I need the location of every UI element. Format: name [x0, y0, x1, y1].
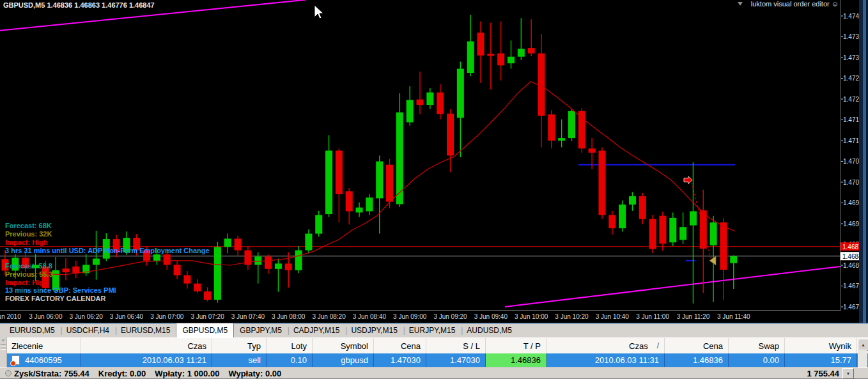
candle-body: [598, 151, 605, 215]
order-ticket-icon: [12, 355, 20, 365]
chart-tab-usdjpy-m15[interactable]: USDJPY,M15: [345, 324, 403, 337]
candle-body: [204, 291, 211, 300]
column-header-zlecenie[interactable]: Zlecenie: [6, 338, 81, 353]
column-header-wynik[interactable]: Wynik: [785, 338, 857, 353]
candle-body: [366, 197, 373, 211]
column-header-loty[interactable]: Loty: [267, 338, 313, 353]
time-axis-label: 3 Jun 11:40: [717, 313, 750, 320]
candle-body: [194, 284, 201, 291]
account-stat: Kredyt: 0.00: [98, 369, 146, 378]
order-cell-s-l[interactable]: 1.47030: [426, 353, 486, 367]
candle-body: [659, 216, 666, 244]
candle-body: [336, 151, 343, 194]
candle-body: [224, 238, 231, 247]
column-header-t-p[interactable]: T / P: [486, 338, 546, 353]
candle-body: [508, 57, 515, 63]
calendar-annotation: Impact: High: [5, 238, 48, 246]
order-cell-cena[interactable]: 1.47030: [374, 353, 426, 367]
order-cell-wynik[interactable]: 15.77: [785, 353, 857, 367]
column-header-symbol[interactable]: Symbol: [313, 338, 374, 353]
candle-body: [235, 238, 242, 250]
scrollbar-track[interactable]: [858, 350, 867, 367]
column-header-cena[interactable]: Cena: [374, 338, 426, 353]
candle-body: [153, 254, 160, 261]
chart-tab-audusd-m5[interactable]: AUDUSD,M5: [461, 324, 518, 337]
candle-body: [295, 251, 302, 270]
candle-body: [518, 49, 525, 56]
column-header-s-l[interactable]: S / L: [426, 338, 486, 353]
chart-tab-bar: EURUSD,M5USDCHF,H4EURUSD,M15GBPUSD,M5GBP…: [0, 323, 868, 337]
candle-body: [346, 191, 353, 211]
column-header-cena[interactable]: Cena: [665, 338, 729, 353]
candle-body: [376, 162, 383, 199]
time-axis-label: 3 Jun 08:40: [353, 313, 387, 320]
scroll-down-button[interactable]: ▼: [842, 368, 854, 379]
candle-body: [275, 263, 282, 268]
chart-tab-eurusd-m5[interactable]: EURUSD,M5: [4, 324, 61, 337]
column-header-swap[interactable]: Swap: [729, 338, 785, 353]
column-header-czas[interactable]: Czas: [81, 338, 212, 353]
order-editor-watermark: luktom visual order editor ☺: [751, 0, 839, 8]
candle-body: [487, 54, 494, 56]
candle-body: [467, 42, 474, 73]
order-cell-czas[interactable]: 2010.06.03 11:21: [81, 353, 212, 367]
candle-body: [669, 218, 676, 242]
chart-tab-gbpjpy-m5[interactable]: GBPJPY,M5: [234, 324, 288, 337]
time-axis-label: 3 Jun 09:00: [393, 313, 427, 320]
column-header-typ[interactable]: Typ: [212, 338, 267, 353]
chart-tab-eurusd-m15[interactable]: EURUSD,M15: [115, 324, 176, 337]
chart-tab-eurjpy-m15[interactable]: EURJPY,M15: [403, 324, 461, 337]
candle-body: [578, 111, 585, 149]
calendar-annotation: Previous: 32K: [5, 230, 52, 238]
time-axis-label: 3 Jun 06:40: [110, 313, 144, 320]
candle-body: [548, 114, 555, 141]
candle-body: [437, 93, 444, 114]
chart-tab-cadjpy-m15[interactable]: CADJPY,M15: [288, 324, 345, 337]
candle-body: [720, 222, 727, 270]
time-axis-label: 3 Jun 10:20: [555, 313, 589, 320]
candle-body: [426, 93, 433, 105]
order-cell-typ[interactable]: sell: [212, 353, 267, 367]
candle-body: [214, 247, 221, 300]
mt4-window: Forecast: 68KPrevious: 32KImpact: High3 …: [0, 0, 868, 379]
candle-body: [690, 212, 697, 226]
candle-body: [254, 256, 261, 265]
order-cell-cena[interactable]: 1.46836: [665, 353, 729, 367]
order-cell-t-p[interactable]: 1.46836: [486, 353, 546, 367]
orders-table-selected-row[interactable]: 440605952010.06.03 11:21sell0.10gbpusd1.…: [0, 353, 868, 367]
order-cell-czas[interactable]: 2010.06.03 11:31: [546, 353, 665, 367]
candle-body: [62, 268, 69, 272]
candle-body: [356, 208, 363, 213]
candle-body: [679, 227, 686, 240]
candle-body: [315, 215, 322, 233]
candle-body: [497, 54, 504, 66]
account-stat: Wypłaty: 0.00: [228, 369, 281, 378]
candle-body: [183, 275, 190, 284]
order-cell-swap[interactable]: 0.00: [729, 353, 785, 367]
candle-body: [629, 196, 636, 205]
candle-body: [528, 48, 535, 53]
time-axis-label: 3 Jun 09:20: [433, 313, 467, 320]
calendar-annotation: Impact: High: [5, 279, 48, 286]
price-chart[interactable]: Forecast: 68KPrevious: 32KImpact: High3 …: [0, 0, 868, 323]
candle-body: [589, 148, 596, 153]
column-header-czas[interactable]: Czas/: [546, 338, 665, 353]
time-axis-label: 3 Jun 08:00: [272, 313, 306, 320]
candle-body: [649, 219, 656, 249]
candle-body: [265, 256, 272, 269]
candle-body: [305, 234, 312, 251]
calendar-annotation: 13 mins since GBP: Services PMI: [5, 286, 116, 294]
candle-body: [164, 254, 171, 265]
candle-body: [558, 138, 565, 141]
chart-tab-gbpusd-m5[interactable]: GBPUSD,M5: [176, 323, 234, 337]
order-cell-loty[interactable]: 0.10: [267, 353, 313, 367]
calendar-annotation: Forecast: 68K: [5, 222, 52, 229]
order-cell-zlecenie[interactable]: 44060595: [6, 353, 81, 367]
candle-body: [93, 259, 100, 265]
chart-tab-usdchf-h4[interactable]: USDCHF,H4: [61, 324, 115, 337]
candle-body: [700, 210, 707, 249]
window-edge-highlight: [863, 0, 866, 323]
order-cell-symbol[interactable]: gbpusd: [313, 353, 374, 367]
account-status-bar: Zysk/Strata: 755.44Kredyt: 0.00Wpłaty: 1…: [0, 367, 868, 379]
time-axis-label: 3 Jun 06:20: [70, 313, 104, 320]
